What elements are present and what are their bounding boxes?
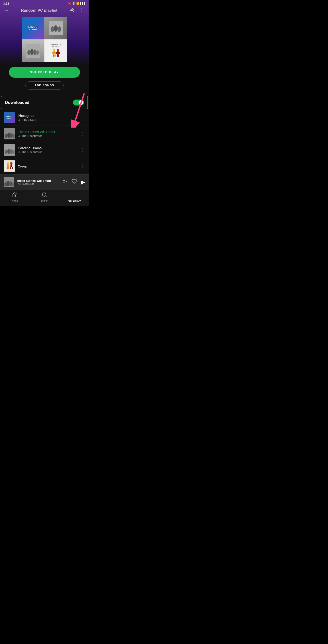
svg-point-31 [13,134,15,138]
svg-point-50 [12,182,14,186]
svg-point-11 [27,50,30,55]
svg-point-8 [54,25,58,32]
nav-search[interactable]: Search [30,192,59,202]
now-playing-bar[interactable]: These Stones Will Shout The Raconteurs ▶ [0,174,89,190]
nav-home[interactable]: Home [0,192,30,202]
svg-rect-23 [56,52,57,54]
song-item-creep[interactable]: Creep ⋮ [0,158,89,174]
song-more-3[interactable]: ⋮ [79,146,85,153]
search-icon [42,192,47,199]
song-list: RINGO RINGO Photograph ⬇ Ringo Starr ⋮ [0,110,89,174]
svg-point-13 [33,50,36,55]
downloaded-toggle[interactable] [73,100,84,106]
connect-device-button[interactable] [62,178,68,186]
status-bar: 3:13 🔇 🔋 📶 ▌▌▌ [0,0,89,6]
song-item-carolina[interactable]: Carolina Drama ⬇ The Raconteurs ⋮ [0,142,89,158]
svg-point-28 [4,134,7,138]
song-item-photograph[interactable]: RINGO RINGO Photograph ⬇ Ringo Starr ⋮ [0,110,89,126]
song-more-1[interactable]: ⋮ [79,114,85,121]
svg-rect-20 [54,54,56,57]
download-icon-1: ⬇ [18,118,20,122]
cover-cell-4: RADIOHEAD THE BEST OF [44,40,67,62]
song-item-stones[interactable]: These Stones Will Shout ⬇ The Raconteurs… [0,126,89,142]
svg-point-36 [13,150,15,154]
svg-point-15 [53,49,55,51]
shuffle-play-button[interactable]: SHUFFLE PLAY [9,67,80,78]
download-icon-3: ⬇ [18,150,20,154]
svg-rect-51 [63,180,65,182]
svg-rect-26 [58,54,59,57]
svg-point-29 [7,132,10,138]
svg-rect-17 [52,52,54,54]
svg-point-21 [57,49,59,51]
header-actions [68,6,85,14]
svg-point-7 [50,26,54,32]
bottom-nav: Home Search Your Library [0,190,89,206]
mute-icon: 🔇 [68,2,71,5]
add-user-button[interactable] [68,6,75,14]
cover-cell-2 [44,17,67,40]
song-artist-1: ⬇ Ringo Starr [18,118,76,122]
add-songs-button[interactable]: ADD SONGS [25,81,64,90]
signal-icon: ▌▌▌ [80,2,86,5]
play-pause-button[interactable]: ▶ [81,178,85,186]
svg-rect-43 [8,167,9,169]
song-more-2[interactable]: ⋮ [79,130,85,137]
song-info-2: These Stones Will Shout ⬇ The Raconteurs [18,130,76,138]
song-art-3 [4,144,15,156]
back-button[interactable]: ← [4,7,10,14]
song-artist-2: ⬇ The Raconteurs [18,134,76,138]
cover-cell-1: RINGO RINGO [22,17,44,40]
svg-point-0 [71,8,72,10]
song-title-4: Creep [18,164,76,168]
svg-rect-16 [53,51,55,54]
svg-rect-41 [10,164,12,167]
radiohead-art: RADIOHEAD THE BEST OF [44,40,67,62]
svg-point-49 [9,181,12,186]
svg-rect-39 [7,164,9,167]
svg-point-5 [82,11,82,12]
song-art-4 [4,160,15,172]
song-art-1: RINGO RINGO [4,112,15,123]
song-title-2: These Stones Will Shout [18,130,76,134]
song-art-2 [4,128,15,140]
svg-point-53 [42,193,46,196]
page-wrapper: 3:13 🔇 🔋 📶 ▌▌▌ ← Random PC playlist [0,0,89,206]
svg-point-33 [4,150,7,154]
more-options-button[interactable] [78,6,85,14]
svg-rect-19 [53,54,54,57]
downloaded-toggle-row[interactable]: Downloaded [1,96,88,109]
svg-point-14 [36,50,39,55]
download-icon-2: ⬇ [18,134,20,138]
svg-rect-44 [10,167,12,169]
nav-library[interactable]: Your Library [59,192,89,202]
svg-rect-45 [12,167,13,169]
svg-point-12 [30,49,34,55]
svg-point-48 [7,181,10,186]
home-icon [12,192,18,199]
library-icon [71,192,77,199]
song-info-1: Photograph ⬇ Ringo Starr [18,114,76,122]
now-playing-info: These Stones Will Shout The Raconteurs [16,179,60,185]
toggle-thumb [78,100,83,105]
now-playing-title: These Stones Will Shout [16,179,60,182]
song-more-4[interactable]: ⋮ [79,163,85,170]
now-playing-artist: The Raconteurs [16,182,60,185]
main-content: Downloaded RINGO RINGO Photograph [0,96,89,174]
svg-rect-42 [6,167,8,169]
svg-point-30 [10,133,13,138]
battery-icon: 🔋 [72,2,76,5]
heart-button[interactable] [72,178,77,186]
svg-rect-37 [4,161,14,171]
svg-point-35 [10,149,13,154]
nav-library-label: Your Library [68,200,81,202]
now-playing-controls: ▶ [62,178,85,186]
gradient-section: ← Random PC playlist [0,6,89,96]
nav-home-label: Home [12,200,18,202]
header-nav: ← Random PC playlist [0,6,89,14]
svg-point-38 [6,162,9,164]
song-info-4: Creep [18,164,76,168]
svg-point-9 [58,26,61,32]
status-icons: 🔇 🔋 📶 ▌▌▌ [68,2,86,5]
cover-cell-3 [22,40,44,62]
